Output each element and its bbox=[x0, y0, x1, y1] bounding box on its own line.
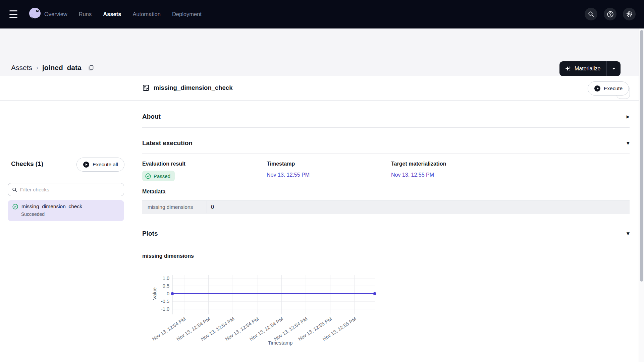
about-divider bbox=[142, 127, 630, 128]
materialize-split-button: Materialize bbox=[559, 61, 621, 76]
check-detail-title: missing_dimension_check bbox=[154, 84, 232, 92]
chevron-down-icon[interactable]: ▼ bbox=[627, 141, 630, 145]
vertical-scrollbar-thumb[interactable] bbox=[640, 30, 643, 282]
svg-text:-1.0: -1.0 bbox=[161, 306, 169, 312]
status-badge-label: Passed bbox=[154, 173, 170, 179]
materialize-dropdown-button[interactable] bbox=[606, 61, 621, 76]
plot-title: missing dimensions bbox=[142, 253, 194, 259]
nav-item-automation[interactable]: Automation bbox=[132, 11, 160, 17]
asset-check-icon bbox=[142, 84, 150, 92]
svg-text:0: 0 bbox=[167, 291, 169, 296]
asset-header-band: Assets › joined_data Materialize bbox=[0, 28, 644, 76]
top-nav-bar: Overview Runs Assets Automation Deployme… bbox=[0, 0, 644, 28]
header-divider bbox=[0, 52, 644, 52]
execute-all-button[interactable]: Execute all bbox=[76, 158, 124, 172]
target-materialization-link[interactable]: Nov 13, 12:55 PM bbox=[391, 172, 434, 178]
execute-all-label: Execute all bbox=[93, 162, 118, 168]
metadata-label: Metadata bbox=[142, 189, 165, 195]
help-button[interactable] bbox=[604, 8, 616, 20]
filter-checks-input[interactable] bbox=[20, 187, 120, 193]
chevron-down-icon bbox=[612, 67, 616, 70]
metadata-key: missing dimensions bbox=[142, 201, 207, 213]
section-latest-execution[interactable]: Latest execution ▼ bbox=[142, 139, 630, 147]
svg-text:0.5: 0.5 bbox=[163, 283, 169, 289]
latest-execution-title: Latest execution bbox=[142, 139, 193, 147]
search-button[interactable] bbox=[585, 8, 597, 20]
check-detail-header: missing_dimension_check bbox=[142, 84, 232, 92]
vertical-scrollbar-track[interactable] bbox=[639, 28, 644, 362]
latest-execution-summary: Evaluation result Passed Timestamp Nov 1… bbox=[142, 161, 516, 181]
play-circle-icon bbox=[594, 85, 601, 92]
gear-icon bbox=[626, 10, 633, 18]
checks-sidebar: Checks (1) Execute all missing_dimension… bbox=[0, 76, 131, 362]
passed-check-icon bbox=[145, 173, 151, 179]
breadcrumb-chevron-icon: › bbox=[36, 64, 38, 71]
status-badge: Passed bbox=[142, 171, 175, 181]
asset-name: joined_data bbox=[42, 64, 82, 72]
evaluation-result-label: Evaluation result bbox=[142, 161, 267, 167]
hamburger-menu-icon[interactable] bbox=[9, 10, 17, 18]
section-about[interactable]: About ▶ bbox=[142, 113, 630, 120]
breadcrumb: Assets › joined_data bbox=[11, 64, 94, 72]
panel-vertical-divider bbox=[131, 76, 131, 362]
check-item-status: Succeeded bbox=[21, 212, 119, 217]
plots-divider bbox=[142, 244, 630, 244]
svg-text:1.0: 1.0 bbox=[163, 276, 169, 281]
filter-search-icon bbox=[12, 187, 17, 192]
plots-title: Plots bbox=[142, 230, 158, 237]
filter-checks-field bbox=[8, 183, 124, 196]
timestamp-label: Timestamp bbox=[267, 161, 391, 167]
section-plots[interactable]: Plots ▼ bbox=[142, 230, 630, 237]
check-success-icon bbox=[12, 204, 18, 209]
detail-header-divider bbox=[0, 100, 644, 101]
nav-item-deployment[interactable]: Deployment bbox=[172, 11, 202, 17]
breadcrumb-assets-link[interactable]: Assets bbox=[11, 64, 32, 72]
target-materialization-label: Target materialization bbox=[391, 161, 516, 167]
metadata-table: missing dimensions 0 bbox=[142, 200, 630, 214]
checks-panel-title: Checks (1) bbox=[11, 160, 43, 168]
timestamp-link[interactable]: Nov 13, 12:55 PM bbox=[267, 172, 310, 178]
copy-asset-name-button[interactable] bbox=[88, 64, 94, 71]
chevron-right-icon[interactable]: ▶ bbox=[627, 114, 630, 119]
nav-item-overview[interactable]: Overview bbox=[44, 11, 67, 17]
latest-execution-divider bbox=[142, 154, 630, 154]
check-item-name: missing_dimension_check bbox=[21, 203, 82, 209]
copy-icon bbox=[88, 64, 94, 71]
about-title: About bbox=[142, 113, 161, 120]
missing-dimensions-plot: 1.00.50-0.5-1.0Nov 13, 12:54 PMNov 13, 1… bbox=[139, 261, 394, 352]
nav-item-runs[interactable]: Runs bbox=[79, 11, 92, 17]
timestamp-column: Timestamp Nov 13, 12:55 PM bbox=[267, 161, 391, 181]
help-icon bbox=[607, 11, 614, 18]
metadata-value: 0 bbox=[207, 201, 214, 213]
svg-text:Timestamp: Timestamp bbox=[268, 340, 293, 346]
plot-svg: 1.00.50-0.5-1.0Nov 13, 12:54 PMNov 13, 1… bbox=[139, 261, 394, 352]
settings-button[interactable] bbox=[623, 8, 636, 20]
nav-item-assets[interactable]: Assets bbox=[103, 11, 121, 17]
materialize-button[interactable]: Materialize bbox=[559, 61, 606, 76]
materialize-label: Materialize bbox=[575, 66, 600, 72]
check-list-item[interactable]: missing_dimension_check Succeeded bbox=[8, 200, 124, 221]
search-icon bbox=[588, 11, 594, 17]
execute-button[interactable]: Execute bbox=[588, 81, 629, 96]
primary-nav: Overview Runs Assets Automation Deployme… bbox=[44, 0, 202, 28]
app-screen: Overview Runs Assets Automation Deployme… bbox=[0, 0, 644, 362]
svg-text:-0.5: -0.5 bbox=[161, 299, 169, 304]
chevron-down-icon[interactable]: ▼ bbox=[627, 231, 630, 236]
play-circle-icon bbox=[83, 161, 90, 168]
svg-text:Value: Value bbox=[152, 287, 157, 300]
execute-label: Execute bbox=[604, 85, 623, 92]
top-nav-actions bbox=[585, 8, 636, 20]
evaluation-result-column: Evaluation result Passed bbox=[142, 161, 267, 181]
target-materialization-column: Target materialization Nov 13, 12:55 PM bbox=[391, 161, 516, 181]
dagster-logo[interactable] bbox=[27, 6, 43, 22]
sparkle-icon bbox=[565, 65, 572, 72]
